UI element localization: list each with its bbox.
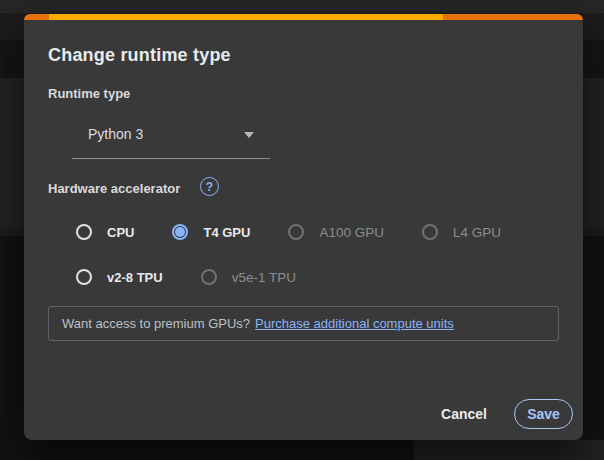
radio-v5e-1-tpu: v5e-1 TPU <box>201 269 296 285</box>
dialog-accent-topbar <box>24 14 583 20</box>
radio-label: v5e-1 TPU <box>232 270 296 285</box>
accelerator-options-row-1: CPU T4 GPU A100 GPU L4 GPU <box>76 219 501 245</box>
radio-label: CPU <box>107 225 134 240</box>
notice-text: Want access to premium GPUs? <box>62 316 250 331</box>
save-button[interactable]: Save <box>514 399 573 429</box>
radio-circle-icon <box>422 224 438 240</box>
hardware-accelerator-label: Hardware accelerator <box>48 181 180 196</box>
premium-gpu-notice: Want access to premium GPUs? Purchase ad… <box>48 306 559 341</box>
change-runtime-type-dialog: Change runtime type Runtime type Python … <box>24 14 583 440</box>
radio-circle-icon <box>76 224 92 240</box>
radio-label: v2-8 TPU <box>107 270 163 285</box>
radio-circle-icon <box>201 269 217 285</box>
radio-label: A100 GPU <box>319 225 384 240</box>
accelerator-options-row-2: v2-8 TPU v5e-1 TPU <box>76 264 296 290</box>
dialog-title: Change runtime type <box>48 45 231 66</box>
radio-circle-icon <box>76 269 92 285</box>
radio-t4-gpu[interactable]: T4 GPU <box>172 224 250 240</box>
runtime-type-select[interactable]: Python 3 <box>72 111 270 159</box>
dialog-actions: Cancel Save <box>435 398 573 429</box>
radio-circle-icon <box>288 224 304 240</box>
runtime-type-selected-value: Python 3 <box>88 111 143 159</box>
dropdown-arrow-icon <box>244 132 254 138</box>
help-icon[interactable]: ? <box>200 177 219 196</box>
runtime-type-label: Runtime type <box>48 86 130 101</box>
radio-v2-8-tpu[interactable]: v2-8 TPU <box>76 269 163 285</box>
radio-circle-icon <box>172 224 188 240</box>
background-cell-panel <box>414 440 604 460</box>
radio-l4-gpu: L4 GPU <box>422 224 501 240</box>
background-menubar <box>0 0 604 13</box>
radio-label: L4 GPU <box>453 225 501 240</box>
purchase-compute-units-link[interactable]: Purchase additional compute units <box>255 316 454 331</box>
radio-label: T4 GPU <box>203 225 250 240</box>
cancel-button[interactable]: Cancel <box>435 402 493 426</box>
radio-cpu[interactable]: CPU <box>76 224 134 240</box>
radio-a100-gpu: A100 GPU <box>288 224 384 240</box>
